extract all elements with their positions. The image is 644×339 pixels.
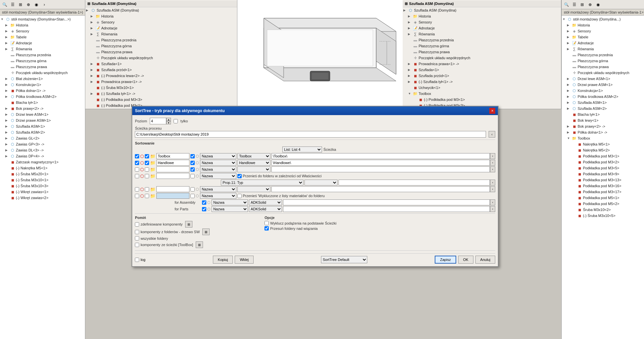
right-tree-item[interactable]: ▶ ⬡ Drzwi prawe ASM<1> xyxy=(562,82,644,88)
left-tree-item[interactable]: ▶ ⬡ Szuflada ASM<2> xyxy=(0,129,85,135)
right-tree-item[interactable]: ◼ Podkładka pod M5<1> xyxy=(562,195,644,201)
right-tree-item[interactable]: ◼ Podkładka pod M3<13> xyxy=(562,177,644,183)
filter-btn[interactable]: 🔍 xyxy=(1,1,8,8)
row6-name-input[interactable] xyxy=(156,193,189,199)
row3-sort-select[interactable]: Nazwa xyxy=(200,166,236,172)
left-tree-item[interactable]: ▶ ⬡ Półka środkowa ASM<2> xyxy=(0,94,85,100)
row6-check1[interactable] xyxy=(135,194,139,198)
right-tree-item[interactable]: ▬ Płaszczyzna prawa xyxy=(562,64,644,70)
left-tree-item[interactable]: ◼ Zatrzask magnetyczny<1> xyxy=(0,159,85,165)
left-tree-item[interactable]: ▬ Płaszczyzna prawa xyxy=(0,64,85,70)
left-tree-item[interactable]: ▶ ⬡ Konstrukcja<1> xyxy=(0,82,85,88)
prop-select[interactable]: Prop.11: Typ xyxy=(221,180,303,186)
right-tree-item[interactable]: ▶ ⬡ Drzwi lewe ASM<1> xyxy=(562,76,644,82)
row4b-path-btn[interactable]: ‹ xyxy=(490,180,495,186)
row5-path-input[interactable] xyxy=(271,186,490,192)
top-left-tree-item[interactable]: ▶ ◼ Szuflada przód<1> xyxy=(85,67,237,73)
toolbox-icon-btn[interactable]: ⊞ xyxy=(196,241,203,248)
row6-sort-select[interactable]: Nazwa xyxy=(200,193,236,199)
zdef-icon-btn[interactable]: ⊞ xyxy=(185,221,192,228)
row1-path-input[interactable] xyxy=(271,153,490,159)
level-input[interactable] xyxy=(150,118,166,124)
crosshair-right-btn[interactable]: ⊕ xyxy=(586,1,594,8)
left-tree-item[interactable]: ◼ (-) Nakrętka M5<1> xyxy=(0,165,85,171)
grid-btn[interactable]: ⊞ xyxy=(17,1,24,8)
top-right-tree-toolbox[interactable]: ▼ 📁 Toolbox xyxy=(403,91,561,97)
row2-list-select[interactable]: Handlowe xyxy=(237,160,270,166)
assembly-path-btn[interactable]: ‹ xyxy=(490,199,495,205)
top-right-tree-item[interactable]: ▬ Płaszczyzna górna xyxy=(403,43,561,49)
right-tree-item[interactable]: ▶ ◼ Półka dolna<1> -> xyxy=(562,129,644,135)
row4-check1[interactable] xyxy=(135,174,139,178)
row4-icon-check[interactable] xyxy=(190,174,195,178)
left-tree-item[interactable]: ▶ ⬡ Blat złożenie<1> xyxy=(0,76,85,82)
level-down-btn[interactable]: ▼ xyxy=(166,121,171,124)
grid-right-btn[interactable]: ⊞ xyxy=(579,1,586,8)
left-tree-item[interactable]: ▶ ⬡ Zawias GL<2> xyxy=(0,135,85,141)
row1-name-input[interactable] xyxy=(156,153,189,159)
row4-check2[interactable] xyxy=(145,174,149,178)
row3-icon-check[interactable] xyxy=(190,167,195,172)
process-path-input[interactable] xyxy=(135,131,486,138)
parts-path-btn[interactable]: ‹ xyxy=(490,206,495,212)
left-tree-item[interactable]: ◼ (-) Wkręt zawias<1> xyxy=(0,189,85,195)
left-tree-item[interactable]: ▶ 📁 Tabele xyxy=(0,34,85,40)
chart-right-btn[interactable]: ◉ xyxy=(594,1,602,8)
left-tree-item[interactable]: ▶ ⬡ Szuflada ASM<1> xyxy=(0,123,85,129)
row4b-path-input[interactable] xyxy=(339,180,490,186)
level-up-btn[interactable]: ▲ xyxy=(166,118,171,121)
right-tree-sensory[interactable]: ▶ ◈ Sensory xyxy=(562,28,644,34)
folder-icon-btn[interactable]: ⊞ xyxy=(202,229,210,235)
top-right-tree-item[interactable]: ▶ ◼ Szuflada<1> xyxy=(403,67,561,73)
parts-path-input[interactable] xyxy=(283,206,490,212)
left-tree-item[interactable]: ✛ Początek układu współrzędnych xyxy=(0,70,85,76)
list-right-btn[interactable]: ☰ xyxy=(571,1,578,8)
top-left-tree-item[interactable]: ◼ (-) Podkładka pod M3<3> xyxy=(85,97,237,103)
excl-path-checkbox[interactable] xyxy=(264,221,269,225)
right-tree-item[interactable]: ◼ Podkładka pod M5<2> xyxy=(562,201,644,207)
top-left-tree-item[interactable]: ▶ ◼ Szuflada<1> xyxy=(85,61,237,67)
top-left-tree-item[interactable]: ▬ Płaszczyzna górna xyxy=(85,43,237,49)
top-left-tree-item[interactable]: ▶ ◼ Prowadnica prawa<1> -> xyxy=(85,79,237,85)
top-left-tree-item[interactable]: ▶ ◼ (-) Szuflada tył<1> -> xyxy=(85,91,237,97)
right-tree-item[interactable]: ◼ Nakrętka M5<1> xyxy=(562,141,644,147)
left-tree-item[interactable]: ▶ ⬡ Drzwi lewe ASM<1> xyxy=(0,111,85,117)
top-left-tree-item[interactable]: ▶ 📝 Adnotacje xyxy=(85,25,237,31)
log-checkbox[interactable] xyxy=(135,258,139,262)
top-right-tree-item[interactable]: ▬ Płaszczyzna przednia xyxy=(403,37,561,43)
more-left-btn[interactable]: › xyxy=(41,1,48,8)
top-right-tree-root[interactable]: ▶ ⬡ Szuflada ASM (Domyślna) xyxy=(403,7,561,13)
row1-icon-check[interactable] xyxy=(190,154,195,158)
all-checkbox[interactable] xyxy=(135,236,139,240)
row5-check2[interactable] xyxy=(145,187,149,191)
parts-icon-check[interactable] xyxy=(202,207,206,211)
row3-path-input[interactable] xyxy=(271,166,490,172)
toolbox-checkbox[interactable] xyxy=(135,243,139,247)
zdef-checkbox[interactable] xyxy=(135,222,139,227)
top-right-tree-item[interactable]: ◼ (-) Podkładka pod M3<1> xyxy=(403,97,561,103)
right-tree-item[interactable]: ▶ ⬡ Szuflada ASM<2> xyxy=(562,106,644,111)
top-left-tree-item[interactable]: ◼ (-) Śruba M3x10<1> xyxy=(85,85,237,91)
right-tree-item[interactable]: ▶ ⬡ Półka środkowa ASM<2> xyxy=(562,94,644,100)
dialog-close-button[interactable]: × xyxy=(489,108,495,114)
left-tree-item[interactable]: ▬ Płaszczyzna przednia xyxy=(0,52,85,58)
folder-checkbox[interactable] xyxy=(135,230,139,234)
top-right-tree-item[interactable]: ▶ 📁 Historia xyxy=(403,13,561,19)
top-right-tree-item[interactable]: ▶ ∑ Równania xyxy=(403,31,561,37)
left-tree-item[interactable]: ◼ (-) Śruba M5x20<1> xyxy=(0,171,85,177)
right-tree-item[interactable]: ◼ Podkładka pod M3<16> xyxy=(562,183,644,189)
row2-icon-check[interactable] xyxy=(190,161,195,165)
left-tree-root[interactable]: ▼ ⬡ stół montażowy (Domyślna<Stan...>) xyxy=(0,16,85,22)
row3-check1[interactable] xyxy=(135,167,139,172)
preset-select[interactable]: SortTree Default xyxy=(321,256,367,263)
right-tree-item[interactable]: ◼ Podkładka pod M3<9> xyxy=(562,171,644,177)
right-tree-item[interactable]: ▶ 📁 Tabele xyxy=(562,34,644,40)
row2-check2[interactable] xyxy=(145,161,149,165)
left-tree-item[interactable]: ▶ 📁 Historia xyxy=(0,22,85,28)
row1-list-select[interactable]: Toolbox xyxy=(237,153,270,159)
list-btn[interactable]: ☰ xyxy=(9,1,16,8)
left-tree-item[interactable]: ▶ 📝 Adnotacje xyxy=(0,40,85,46)
chart-btn[interactable]: ◉ xyxy=(33,1,40,8)
row4-name-input[interactable] xyxy=(156,173,189,179)
top-right-tree-item[interactable]: ◼ Uchwycik<1> xyxy=(403,85,561,91)
